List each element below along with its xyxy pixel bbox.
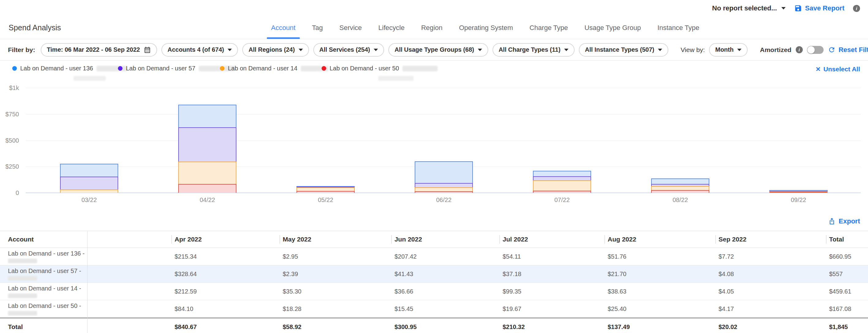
tab-usage-type-group[interactable]: Usage Type Group <box>584 16 641 39</box>
table-row-lab-on-demand-user-57: Lab on Demand - user 57 -$328.64$2.39$41… <box>0 265 868 283</box>
spacer-cell <box>87 318 172 333</box>
bar-segment-lab-on-demand-user-50[interactable] <box>651 190 709 193</box>
chart-legend: ✕ Unselect All Lab on Demand - user 136L… <box>0 61 868 82</box>
amortized-toggle[interactable] <box>807 46 824 54</box>
x-axis-label: 09/22 <box>780 197 817 203</box>
bar-06-22[interactable] <box>415 161 473 193</box>
column-header-sep-2022[interactable]: Sep 2022 <box>715 231 826 247</box>
caret-down-icon <box>781 7 785 9</box>
total-value-cell: $300.95 <box>392 318 500 333</box>
filter-time-dropdown[interactable]: Time: 06 Mar 2022 - 06 Sep 2022 <box>41 43 157 57</box>
bar-segment-lab-on-demand-user-50[interactable] <box>297 191 355 193</box>
bar-segment-lab-on-demand-user-136[interactable] <box>533 171 591 176</box>
legend-item-lab-on-demand-user-50[interactable]: Lab on Demand - user 50 <box>321 65 438 72</box>
y-axis-tick-label: $1k <box>0 84 19 92</box>
redacted-text <box>402 66 438 71</box>
filter-charge-types-dropdown[interactable]: All Charge Types (11) <box>493 43 575 57</box>
filter-services-dropdown[interactable]: All Services (254) <box>313 43 384 57</box>
view-by-dropdown[interactable]: Month <box>709 43 748 57</box>
column-header-jun-2022[interactable]: Jun 2022 <box>392 231 500 247</box>
export-button[interactable]: Export <box>828 217 860 225</box>
tab-region[interactable]: Region <box>421 16 442 39</box>
unselect-all-button[interactable]: ✕ Unselect All <box>816 66 860 73</box>
spacer-cell <box>87 283 172 300</box>
reset-filters-button[interactable]: Reset Filters <box>828 46 868 54</box>
bar-segment-lab-on-demand-user-57[interactable] <box>60 176 118 190</box>
value-cell: $328.64 <box>172 265 280 282</box>
bar-segment-lab-on-demand-user-14[interactable] <box>651 186 709 190</box>
value-cell: $4.08 <box>715 265 826 282</box>
column-header-may-2022[interactable]: May 2022 <box>280 231 392 247</box>
bar-09-22[interactable] <box>769 190 828 193</box>
legend-label: Lab on Demand - user 14 <box>228 65 298 72</box>
bar-07-22[interactable] <box>533 171 591 193</box>
bar-segment-lab-on-demand-user-136[interactable] <box>651 178 709 184</box>
tab-service[interactable]: Service <box>339 16 362 39</box>
value-cell: $212.59 <box>172 283 280 300</box>
bar-segment-lab-on-demand-user-57[interactable] <box>533 176 591 180</box>
spend-table: AccountApr 2022May 2022Jun 2022Jul 2022A… <box>0 231 868 333</box>
tab-account[interactable]: Account <box>271 16 296 39</box>
column-header-aug-2022[interactable]: Aug 2022 <box>604 231 715 247</box>
bar-segment-lab-on-demand-user-14[interactable] <box>533 180 591 191</box>
bar-segment-lab-on-demand-user-57[interactable] <box>651 184 709 186</box>
filter-instance-types-dropdown[interactable]: All Instance Types (507) <box>579 43 668 57</box>
bar-03-22[interactable] <box>60 164 118 193</box>
bar-segment-lab-on-demand-user-50[interactable] <box>178 184 237 193</box>
value-cell: $38.63 <box>604 283 715 300</box>
x-axis-label: 08/22 <box>662 197 699 203</box>
filter-usage-type-groups-dropdown[interactable]: All Usage Type Groups (68) <box>389 43 488 57</box>
value-cell: $207.42 <box>392 248 500 265</box>
bar-segment-lab-on-demand-user-14[interactable] <box>415 187 473 191</box>
export-label: Export <box>839 217 860 225</box>
bar-segment-lab-on-demand-user-57[interactable] <box>415 183 473 187</box>
tab-charge-type[interactable]: Charge Type <box>530 16 568 39</box>
account-cell: Lab on Demand - user 57 - <box>0 265 87 282</box>
bar-segment-lab-on-demand-user-14[interactable] <box>297 187 355 191</box>
caret-down-icon <box>227 49 232 51</box>
bar-05-22[interactable] <box>297 186 355 193</box>
tab-operating-system[interactable]: Operating System <box>459 16 513 39</box>
bar-segment-lab-on-demand-user-136[interactable] <box>178 105 237 127</box>
value-cell: $167.08 <box>826 300 868 318</box>
total-value-cell: $137.49 <box>604 318 715 333</box>
report-selector-dropdown[interactable]: No report selected... <box>712 4 785 12</box>
tab-instance-type[interactable]: Instance Type <box>658 16 700 39</box>
bar-04-22[interactable] <box>178 105 237 193</box>
info-icon[interactable]: i <box>853 5 860 12</box>
page-title: Spend Analysis <box>8 16 61 39</box>
bar-segment-lab-on-demand-user-14[interactable] <box>60 190 118 193</box>
legend-item-lab-on-demand-user-14[interactable]: Lab on Demand - user 14 <box>220 65 328 72</box>
legend-item-lab-on-demand-user-136[interactable]: Lab on Demand - user 136 <box>12 65 127 72</box>
filter-accounts-label: Accounts 4 (of 674) <box>167 46 224 53</box>
column-header-account[interactable]: Account <box>0 231 87 247</box>
bar-segment-lab-on-demand-user-136[interactable] <box>60 164 118 176</box>
bar-segment-lab-on-demand-user-136[interactable] <box>415 161 473 183</box>
bar-segment-lab-on-demand-user-50[interactable] <box>769 192 828 193</box>
legend-dot <box>321 66 326 71</box>
y-axis-tick-label: 0 <box>0 189 19 197</box>
tab-tag[interactable]: Tag <box>312 16 323 39</box>
column-header-total[interactable]: Total <box>826 231 868 247</box>
bar-segment-lab-on-demand-user-14[interactable] <box>178 162 237 184</box>
column-header-apr-2022[interactable]: Apr 2022 <box>172 231 280 247</box>
value-cell: $19.67 <box>500 300 604 318</box>
total-value-cell: $20.02 <box>715 318 826 333</box>
bar-segment-lab-on-demand-user-57[interactable] <box>178 127 237 162</box>
value-cell: $4.17 <box>715 300 826 318</box>
spacer-cell <box>87 300 172 318</box>
total-label: Total <box>0 318 87 333</box>
filter-regions-dropdown[interactable]: All Regions (24) <box>242 43 309 57</box>
filter-accounts-dropdown[interactable]: Accounts 4 (of 674) <box>161 43 238 57</box>
account-cell: Lab on Demand - user 14 - <box>0 283 87 300</box>
tab-lifecycle[interactable]: Lifecycle <box>378 16 405 39</box>
bar-segment-lab-on-demand-user-50[interactable] <box>533 191 591 193</box>
table-actions: Export <box>828 214 860 228</box>
bar-08-22[interactable] <box>651 178 709 193</box>
value-cell: $215.34 <box>172 248 280 265</box>
save-report-button[interactable]: Save Report <box>794 4 844 12</box>
amortized-info-icon[interactable]: i <box>796 46 803 53</box>
bar-segment-lab-on-demand-user-50[interactable] <box>415 191 473 193</box>
legend-item-lab-on-demand-user-57[interactable]: Lab on Demand - user 57 <box>118 65 235 72</box>
column-header-jul-2022[interactable]: Jul 2022 <box>500 231 604 247</box>
